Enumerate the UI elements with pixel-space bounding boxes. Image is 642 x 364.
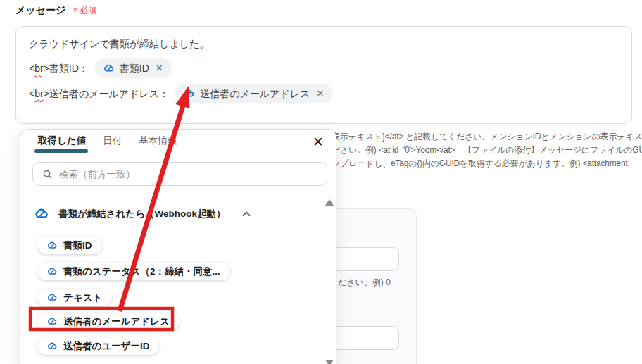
help-text-line: ださい。例) <at id='0'>Yoom</at> 【ファイルの添付】メッセ… (332, 144, 642, 157)
help-text: 表示テキスト}</at> と記載してください。メンションIDとメンションの表示テ… (332, 130, 642, 170)
cloudsign-icon (184, 88, 195, 99)
scroll-down-arrow[interactable] (325, 360, 334, 364)
divider (20, 156, 336, 156)
cloudsign-icon (103, 63, 115, 74)
field-label: メッセージ (15, 4, 65, 17)
tab-basic-info[interactable]: 基本情報 (139, 134, 177, 154)
page: メッセージ ＊必須 クラウドサインで書類が締結しました。 <br>書類ID： 書… (0, 0, 642, 364)
help-text-line: ップロードし、eTagの{}内のGUIDを取得する必要があります。例) <att… (332, 157, 642, 170)
search-input[interactable] (59, 169, 327, 180)
variable-item-text[interactable]: テキスト (37, 289, 112, 306)
active-tab-indicator (34, 149, 88, 153)
cloudsign-icon (47, 316, 58, 327)
variable-picker-popup: 取得した値 日付 基本情報 ✕ 書類が締結されたら（Webhook起動） 書類I… (20, 129, 336, 364)
variable-chip-sender-email[interactable]: 送信者のメールアドレス ✕ (175, 84, 332, 103)
chevron-up-icon (242, 211, 251, 217)
cloudsign-icon (47, 266, 58, 277)
field-label-row: メッセージ ＊必須 (15, 4, 96, 17)
variable-group-header[interactable]: 書類が締結されたら（Webhook起動） (34, 206, 251, 221)
variable-item-label: 送信者のメールアドレス (63, 315, 170, 328)
cloudsign-icon (34, 206, 49, 221)
message-textarea[interactable]: クラウドサインで書類が締結しました。 <br>書類ID： 書類ID ✕ <br>… (15, 26, 632, 124)
scroll-up-arrow[interactable] (325, 199, 334, 206)
variable-item-label: 書類のステータス（2：締結・同意... (63, 265, 220, 278)
variable-item-sender-user-id[interactable]: 送信者のユーザーID (37, 337, 159, 355)
spellcheck-wavy: br (34, 88, 43, 99)
search-icon (42, 169, 53, 180)
variable-item-label: テキスト (63, 291, 102, 304)
cloudsign-icon (47, 292, 58, 303)
cloudsign-icon (47, 341, 58, 351)
remove-icon[interactable]: ✕ (316, 87, 324, 101)
popup-close-button[interactable]: ✕ (309, 133, 327, 151)
variable-item-sender-email[interactable]: 送信者のメールアドレス (37, 313, 180, 330)
remove-icon[interactable]: ✕ (156, 61, 163, 75)
message-line-1: クラウドサインで書類が締結しました。 (29, 37, 619, 51)
message-line-2: <br>書類ID： 書類ID ✕ (29, 58, 619, 78)
group-label: 書類が締結されたら（Webhook起動） (58, 208, 226, 220)
variable-item-document-id[interactable]: 書類ID (37, 237, 102, 254)
message-line-3-text: <br>送信者のメールアドレス： (29, 87, 169, 101)
variable-item-label: 送信者のユーザーID (63, 340, 149, 353)
variable-chip-document-id[interactable]: 書類ID ✕ (95, 58, 172, 78)
cloudsign-icon (47, 240, 58, 251)
message-line-3: <br>送信者のメールアドレス： 送信者のメールアドレス ✕ (29, 84, 619, 103)
help-text-line: 表示テキスト}</at> と記載してください。メンションIDとメンションの表示テ… (332, 130, 642, 144)
panel-caption: ださい。例) 0 (338, 277, 391, 289)
search-box (32, 162, 327, 186)
spellcheck-wavy: br (34, 63, 43, 74)
chip-label: 書類ID (120, 61, 149, 75)
chip-label: 送信者のメールアドレス (200, 87, 310, 101)
required-badge: ＊必須 (71, 5, 96, 17)
tab-date[interactable]: 日付 (103, 134, 122, 154)
variable-item-document-status[interactable]: 書類のステータス（2：締結・同意... (37, 263, 230, 280)
message-line-2-text: <br>書類ID： (29, 61, 89, 75)
variable-item-label: 書類ID (63, 239, 92, 252)
